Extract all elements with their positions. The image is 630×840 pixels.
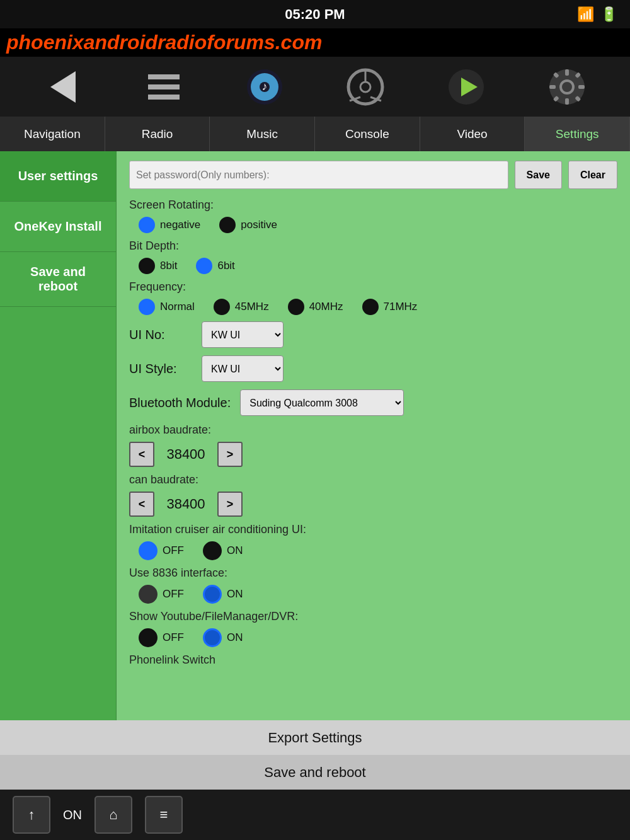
tab-music[interactable]: Music [210,117,315,151]
can-baudrate-row: < 38400 > [129,492,617,517]
freq-71mhz-label: 71MHz [384,301,418,313]
freq-45mhz-radio[interactable] [214,299,230,315]
bit-depth-8bit-radio[interactable] [139,258,155,274]
airbox-baudrate-decrement-button[interactable]: < [129,442,154,467]
tab-settings[interactable]: Settings [525,117,630,151]
back-arrow-icon[interactable] [41,65,85,109]
steering-wheel-icon[interactable] [343,65,387,109]
tab-console[interactable]: Console [315,117,420,151]
screen-rotating-negative-radio[interactable] [139,217,155,233]
sidebar: User settings OneKey Install Save and re… [0,151,117,720]
status-bar: 05:20 PM 📶 🔋 [0,0,630,28]
bit-depth-6bit[interactable]: 6bit [196,258,234,274]
svg-rect-19 [549,85,556,89]
can-baudrate-decrement-button[interactable]: < [129,492,154,517]
menu-lines-icon[interactable] [142,65,186,109]
bit-depth-label: Bit Depth: [129,239,617,253]
bottom-back-button[interactable]: ↑ [13,796,50,834]
svg-rect-17 [565,69,569,76]
sidebar-item-user-settings[interactable]: User settings [0,151,116,202]
imitation-group: OFF ON [129,541,617,560]
content-area: Save Clear Screen Rotating: negative pos… [117,151,630,720]
imitation-on[interactable]: ON [203,541,243,560]
sidebar-item-save-reboot[interactable]: Save and reboot [0,252,116,307]
bit-depth-6bit-label: 6bit [217,260,234,272]
show-youtube-on-radio[interactable] [203,628,222,647]
freq-40mhz[interactable]: 40MHz [288,299,343,315]
use-8836-off-radio[interactable] [139,585,158,604]
ui-no-select[interactable]: KW UI [202,321,284,348]
use-8836-on[interactable]: ON [203,585,243,604]
tab-navigation[interactable]: Navigation [0,117,105,151]
use-8836-label: Use 8836 interface: [129,567,617,580]
full-page: 05:20 PM 📶 🔋 phoenixandroidradioforums.c… [0,0,630,840]
freq-normal-radio[interactable] [139,299,155,315]
freq-normal-label: Normal [160,301,195,313]
settings-icon[interactable] [545,65,589,109]
freq-40mhz-radio[interactable] [288,299,304,315]
save-password-button[interactable]: Save [515,161,562,189]
clear-password-button[interactable]: Clear [568,161,617,189]
ui-style-select[interactable]: KW UI [202,355,284,382]
password-input[interactable] [129,161,508,189]
bottom-back-icon: ↑ [28,807,35,823]
music-icon[interactable]: ♪ [243,65,287,109]
screen-rotating-negative[interactable]: negative [139,217,200,233]
export-settings-button[interactable]: Export Settings [0,720,630,755]
can-baudrate-value: 38400 [161,496,211,512]
play-icon[interactable] [444,65,488,109]
screen-rotating-positive[interactable]: positive [219,217,277,233]
show-youtube-off-label: OFF [163,631,184,644]
imitation-on-label: ON [227,544,243,557]
main-flex: User settings OneKey Install Save and re… [0,151,630,720]
bottom-home-button[interactable]: ⌂ [94,796,132,834]
screen-rotating-label: Screen Rotating: [129,198,617,212]
can-baudrate-increment-button[interactable]: > [217,492,243,517]
main-with-buttons: User settings OneKey Install Save and re… [0,151,630,790]
freq-normal[interactable]: Normal [139,299,195,315]
bluetooth-module-select[interactable]: Suding Qualcomm 3008 [240,389,404,416]
status-icons: 📶 🔋 [577,6,617,23]
show-youtube-off[interactable]: OFF [139,628,184,647]
airbox-baudrate-increment-button[interactable]: > [217,442,243,467]
imitation-off-label: OFF [163,544,184,557]
ui-no-label: UI No: [129,328,192,342]
sidebar-item-onekey-install[interactable]: OneKey Install [0,202,116,252]
frequency-label: Frequency: [129,280,617,294]
use-8836-on-label: ON [227,588,243,601]
show-youtube-on[interactable]: ON [203,628,243,647]
svg-marker-0 [50,71,76,103]
imitation-off[interactable]: OFF [139,541,184,560]
save-and-reboot-button[interactable]: Save and reboot [0,755,630,790]
svg-rect-2 [148,84,180,89]
bluetooth-module-label: Bluetooth Module: [129,396,231,410]
bit-depth-8bit[interactable]: 8bit [139,258,177,274]
bottom-home-icon: ⌂ [109,807,117,823]
frequency-group: Normal 45MHz 40MHz 71MHz [129,299,617,315]
svg-rect-3 [148,95,180,100]
use-8836-off[interactable]: OFF [139,585,184,604]
freq-45mhz[interactable]: 45MHz [214,299,269,315]
imitation-on-radio[interactable] [203,541,222,560]
show-youtube-off-radio[interactable] [139,628,158,647]
svg-rect-1 [148,74,180,79]
screen-rotating-group: negative positive [129,217,617,233]
wifi-icon: 📶 [577,6,594,23]
freq-71mhz[interactable]: 71MHz [362,299,418,315]
tab-radio[interactable]: Radio [105,117,210,151]
bottom-menu-button[interactable]: ≡ [145,796,183,834]
use-8836-off-label: OFF [163,588,184,601]
use-8836-on-radio[interactable] [203,585,222,604]
svg-rect-20 [578,85,585,89]
screen-rotating-positive-radio[interactable] [219,217,236,233]
show-youtube-on-label: ON [227,631,243,644]
battery-icon: 🔋 [600,6,617,23]
screen-rotating-positive-label: positive [241,219,277,231]
tab-video[interactable]: Video [420,117,525,151]
freq-71mhz-radio[interactable] [362,299,379,315]
password-row: Save Clear [129,161,617,189]
bit-depth-6bit-radio[interactable] [196,258,212,274]
freq-40mhz-label: 40MHz [309,301,343,313]
can-baudrate-label: can baudrate: [129,473,617,486]
imitation-off-radio[interactable] [139,541,158,560]
